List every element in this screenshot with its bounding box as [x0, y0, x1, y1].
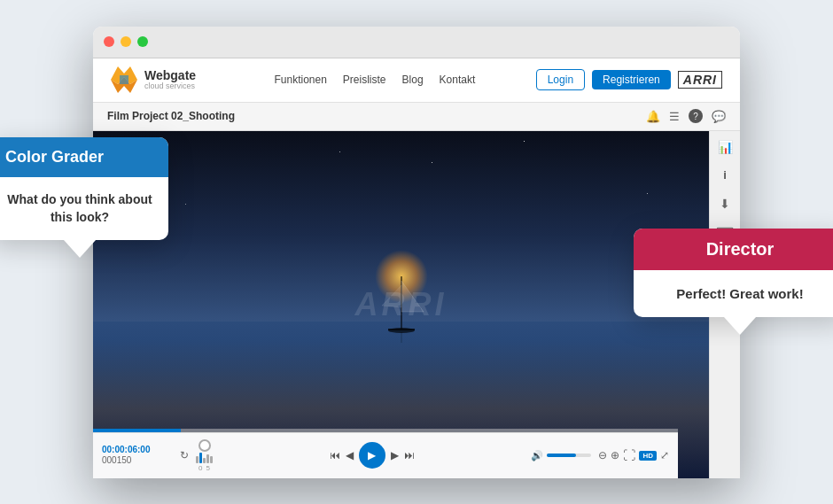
logo-area: Webgate cloud services — [111, 66, 196, 93]
nav-bar: Webgate cloud services Funktionen Preisl… — [93, 58, 740, 103]
bubble-tail-color-grader — [64, 240, 96, 258]
title-bar — [93, 27, 740, 58]
frame-number: 000150 — [102, 455, 173, 466]
color-grader-bubble: Color Grader What do you think about thi… — [0, 137, 168, 240]
project-bar: Film Project 02_Shooting 🔔 ☰ ? 💬 — [93, 103, 740, 131]
list-icon[interactable]: ☰ — [669, 110, 680, 123]
login-button[interactable]: Login — [536, 69, 585, 90]
fit-button[interactable]: ⤢ — [660, 449, 669, 461]
hd-badge: HD — [639, 451, 657, 461]
chart-icon[interactable]: 📊 — [716, 138, 734, 156]
nav-links: Funktionen Preisliste Blog Kontakt — [231, 74, 518, 86]
video-area: ARRI — [93, 131, 709, 478]
nav-kontakt[interactable]: Kontakt — [440, 74, 476, 86]
transport-controls: ⏮ ◀ ▶ ▶ ⏭ — [220, 442, 524, 469]
maximize-button[interactable] — [137, 36, 148, 47]
bubble-tail-director — [724, 317, 756, 335]
nav-funktionen[interactable]: Funktionen — [274, 74, 326, 86]
svg-marker-4 — [401, 281, 424, 312]
volume-slider[interactable] — [547, 454, 591, 457]
register-button[interactable]: Registrieren — [592, 70, 671, 89]
director-title: Director — [634, 229, 833, 270]
sidebar-info-icon[interactable]: i — [716, 167, 734, 184]
next-frame-button[interactable]: ▶ — [391, 449, 399, 461]
arri-logo: ARRI — [678, 71, 722, 89]
time-display: 00:00:06:00 — [102, 445, 173, 455]
close-button[interactable] — [104, 36, 114, 47]
svg-marker-5 — [382, 285, 401, 307]
zoom-in-button[interactable]: ⊕ — [611, 449, 619, 461]
skip-fwd-button[interactable]: ⏭ — [404, 449, 415, 461]
video-controls: 00:00:06:00 000150 ↻ — [93, 432, 678, 478]
volume-fill — [547, 454, 576, 457]
nav-actions: Login Registrieren ARRI — [536, 69, 722, 90]
skip-back-button[interactable]: ⏮ — [330, 449, 340, 461]
nav-blog[interactable]: Blog — [402, 74, 424, 86]
chat-icon[interactable]: 💬 — [712, 110, 726, 123]
nav-preisliste[interactable]: Preisliste — [343, 74, 386, 86]
minimize-button[interactable] — [121, 36, 131, 47]
color-grader-title: Color Grader — [0, 137, 168, 177]
refresh-icon[interactable]: ↻ — [180, 449, 189, 461]
info-icon[interactable]: ? — [689, 109, 703, 123]
boat-silhouette — [375, 272, 428, 346]
logo-text: Webgate cloud services — [144, 69, 196, 90]
director-message: Perfect! Great work! — [634, 270, 833, 317]
zoom-out-button[interactable]: ⊖ — [598, 449, 607, 461]
prev-frame-button[interactable]: ◀ — [346, 449, 354, 461]
project-icons: 🔔 ☰ ? 💬 — [646, 109, 726, 123]
zoom-controls: ⊖ ⊕ ⛶ HD ⤢ — [598, 448, 669, 462]
notification-icon[interactable]: 🔔 — [646, 110, 660, 123]
boat-svg — [375, 272, 428, 343]
director-bubble: Director Perfect! Great work! — [634, 229, 833, 317]
logo-name: Webgate — [144, 69, 196, 82]
project-title: Film Project 02_Shooting — [107, 110, 235, 122]
color-grader-message: What do you think about this look? — [0, 177, 168, 240]
waveform-knob[interactable] — [199, 439, 211, 452]
waveform-bars — [196, 453, 213, 463]
fullscreen-button[interactable]: ⛶ — [623, 448, 635, 462]
download-icon[interactable]: ⬇ — [716, 195, 734, 213]
play-icon: ▶ — [368, 449, 376, 461]
svg-rect-2 — [120, 75, 128, 84]
time-display-area: 00:00:06:00 000150 — [102, 445, 173, 466]
volume-icon[interactable]: 🔊 — [531, 450, 543, 461]
volume-area: 🔊 — [531, 450, 591, 461]
logo-icon — [111, 66, 137, 93]
waveform-area: 05 — [196, 439, 213, 472]
logo-subtitle: cloud services — [144, 82, 196, 90]
play-button[interactable]: ▶ — [359, 442, 385, 469]
waveform-scale: 05 — [199, 464, 210, 472]
